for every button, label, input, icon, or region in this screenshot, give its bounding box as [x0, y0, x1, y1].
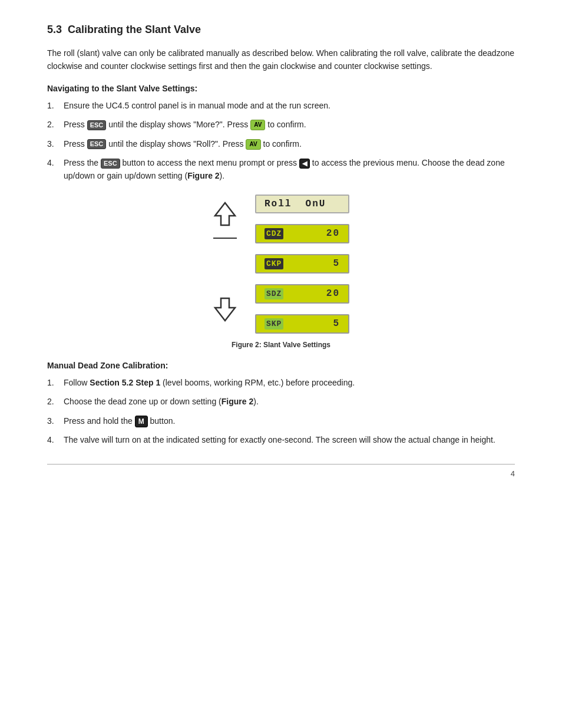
bottom-divider: [47, 464, 515, 465]
svg-marker-0: [215, 203, 235, 225]
lcd-roll-label: Roll OnU: [265, 199, 326, 209]
manual-step-2: 2. Choose the dead zone up or down setti…: [47, 395, 515, 408]
av-button-icon-1: AV: [250, 120, 265, 130]
manual-heading: Manual Dead Zone Calibration:: [47, 361, 515, 370]
lcd-sdz-value: 20: [320, 288, 340, 299]
arrow-up-icon: [213, 200, 237, 233]
page-number: 4: [47, 469, 515, 478]
nav-step-2: 2. Press ESC until the display shows "Mo…: [47, 118, 515, 131]
lcd-skp-ccw: SKP 5: [255, 314, 349, 334]
figure-caption: Figure 2: Slant Valve Settings: [232, 341, 330, 349]
displays-column: Roll OnU CDZ 20 CKP 5 SDZ 20 SKP 5: [255, 195, 349, 334]
esc-button-icon: ESC: [87, 120, 107, 130]
lcd-skp-chars: SKP: [265, 318, 283, 330]
lcd-skp-value: 5: [327, 318, 340, 329]
manual-steps-list: 1. Follow Section 5.2 Step 1 (level boom…: [47, 376, 515, 447]
lcd-roll-onu: Roll OnU: [255, 195, 349, 213]
section-heading: 5.3 Calibrating the Slant Valve: [47, 24, 515, 36]
figure-2-container: Roll OnU CDZ 20 CKP 5 SDZ 20 SKP 5: [47, 195, 515, 349]
nav-heading: Navigating to the Slant Valve Settings:: [47, 84, 515, 93]
lcd-ckp-value: 5: [327, 258, 340, 269]
nav-step-3: 3. Press ESC until the display shows "Ro…: [47, 137, 515, 150]
back-button-icon: ◀: [299, 159, 310, 169]
nav-steps-list: 1. Ensure the UC4.5 control panel is in …: [47, 99, 515, 183]
section-number: 5.3: [47, 24, 62, 35]
nav-step-4: 4. Press the ESC button to access the ne…: [47, 156, 515, 183]
lcd-ckp-cw: CKP 5: [255, 254, 349, 274]
av-button-icon-2: AV: [246, 139, 260, 150]
manual-step-1: 1. Follow Section 5.2 Step 1 (level boom…: [47, 376, 515, 389]
lcd-sdz-chars: SDZ: [265, 288, 283, 299]
lcd-cdz-value: 20: [320, 228, 340, 239]
arrow-down-icon: [213, 291, 237, 323]
m-button-icon: M: [135, 416, 148, 427]
figure-inner: Roll OnU CDZ 20 CKP 5 SDZ 20 SKP 5: [213, 195, 349, 334]
lcd-ckp-chars: CKP: [265, 258, 283, 269]
intro-paragraph: The roll (slant) valve can only be calib…: [47, 47, 515, 73]
esc-button-icon-2: ESC: [87, 139, 107, 149]
manual-step-3: 3. Press and hold the M button.: [47, 414, 515, 427]
esc-button-icon-3: ESC: [101, 159, 120, 169]
nav-step-1: 1. Ensure the UC4.5 control panel is in …: [47, 99, 515, 112]
separator-line: [213, 238, 237, 239]
lcd-sdz-ccw: SDZ 20: [255, 284, 349, 304]
svg-marker-1: [215, 298, 235, 321]
lcd-cdz-chars: CDZ: [265, 228, 283, 239]
lcd-cdz-cw: CDZ 20: [255, 224, 349, 243]
manual-step-4: 4. The valve will turn on at the indicat…: [47, 433, 515, 446]
arrows-column: [213, 195, 237, 323]
section-title-text: Calibrating the Slant Valve: [68, 24, 201, 35]
